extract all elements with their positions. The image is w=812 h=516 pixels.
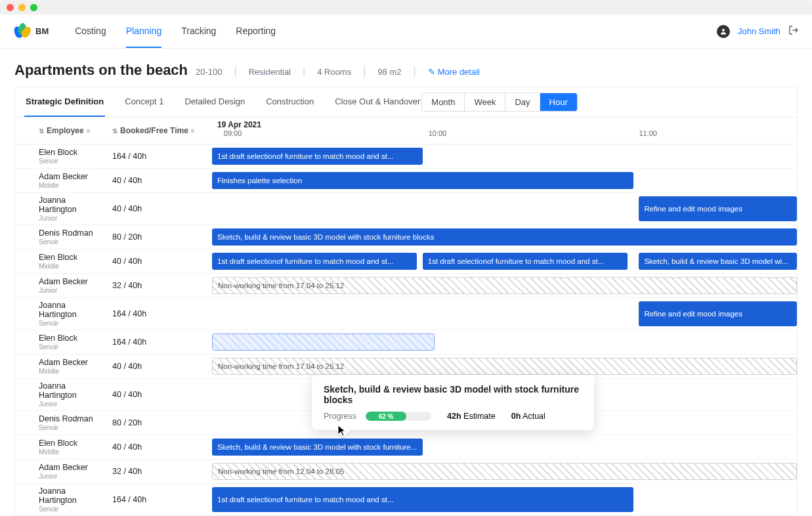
progress-bar: 62 % xyxy=(366,412,431,421)
view-hour[interactable]: Hour xyxy=(540,93,577,111)
employee-cell: Joanna HartingtonJunior xyxy=(15,193,107,225)
timeline-cell: Non-working time from 17.04 to 25.12 xyxy=(212,274,797,297)
employee-role: Middle xyxy=(39,448,102,456)
employee-role: Junior xyxy=(39,400,102,408)
sort-icon[interactable]: ⇅ xyxy=(112,127,118,135)
hours-cell: 40 / 40h xyxy=(107,379,212,410)
schedule-row: Elen BlockSenoir164 / 40h xyxy=(15,330,797,355)
task-bar[interactable]: Sketch, build & review basic 3D model wi… xyxy=(639,253,797,270)
user-name[interactable]: John Smith xyxy=(738,26,780,36)
user-area: John Smith xyxy=(717,25,799,38)
tab-construction[interactable]: Construction xyxy=(265,87,315,117)
col-employee[interactable]: ⇅ Employee ≡ xyxy=(15,118,107,144)
minimize-window-icon[interactable] xyxy=(18,4,26,11)
top-nav: BM Costing Planning Tracking Reporting J… xyxy=(0,14,812,49)
timeline-cell xyxy=(212,330,797,354)
page-header: Apartments on the beach 20-100 | Residen… xyxy=(0,49,812,87)
logout-icon[interactable] xyxy=(788,25,799,37)
employee-role: Junior xyxy=(39,472,102,480)
tab-close-out[interactable]: Close Out & Handover xyxy=(333,87,421,117)
task-bar[interactable]: Non-working time from 12.04 to 28.05 xyxy=(212,463,797,480)
employee-name: Denis Rodman xyxy=(39,414,102,423)
planning-panel: Strategic Definition Concept 1 Detailed … xyxy=(14,87,798,516)
schedule-row: Denis RodmanSenoir80 / 20hSketch, build … xyxy=(15,225,797,249)
close-window-icon[interactable] xyxy=(7,4,14,11)
tooltip-progress-label: Progress xyxy=(324,412,356,421)
time-view-toggle: Month Week Day Hour xyxy=(421,93,577,112)
view-month[interactable]: Month xyxy=(422,93,464,111)
employee-name: Adam Becker xyxy=(39,463,102,472)
window-titlebar xyxy=(0,0,812,14)
hours-cell: 40 / 40h xyxy=(107,249,212,273)
employee-cell: Elen BlockSenoir xyxy=(15,330,107,354)
task-bar[interactable]: Sketch, build & review basic 3D model wi… xyxy=(212,439,423,456)
hours-cell: 164 / 40h xyxy=(107,484,212,515)
tab-strategic-definition[interactable]: Strategic Definition xyxy=(24,87,105,117)
timeline-cell: Sketch, build & review basic 3D model wi… xyxy=(212,435,797,459)
timeline-cell: Refine and edit mood images xyxy=(212,298,797,330)
employee-cell: Elen BlockMiddle xyxy=(15,249,107,273)
hours-cell: 164 / 40h xyxy=(107,144,212,168)
employee-cell: Denis RodmanSenoir xyxy=(15,411,107,435)
view-week[interactable]: Week xyxy=(464,93,505,111)
timeline-cell: Refine and edit mood images xyxy=(212,193,797,225)
app-logo[interactable]: BM xyxy=(13,23,49,40)
nav-costing[interactable]: Costing xyxy=(75,15,106,48)
schedule-row: Adam BeckerJunior32 / 40hNon-working tim… xyxy=(15,460,797,484)
employee-cell: Adam BeckerJunior xyxy=(15,274,107,297)
time-tick: 10:00 xyxy=(429,129,447,137)
task-bar[interactable]: Non-working time from 17.04 to 25.12 xyxy=(212,358,797,375)
task-bar[interactable]: 1st draft selectionof furniture to match… xyxy=(212,487,633,512)
task-bar[interactable]: Refine and edit mood images xyxy=(639,301,797,326)
date-label: 19 Apr 2021 xyxy=(217,120,797,129)
task-bar[interactable]: 1st draft selectionof furniture to match… xyxy=(423,253,628,270)
hours-cell: 80 / 20h xyxy=(107,225,212,249)
tab-concept-1[interactable]: Concept 1 xyxy=(123,87,165,117)
col-booked-time[interactable]: ⇅ Booked/Free Time ≡ xyxy=(107,118,212,144)
hours-cell: 40 / 40h xyxy=(107,193,212,225)
nav-tracking[interactable]: Tracking xyxy=(181,15,216,48)
employee-name: Joanna Hartington xyxy=(39,486,102,505)
hours-cell: 164 / 40h xyxy=(107,330,212,354)
employee-name: Adam Becker xyxy=(39,172,102,181)
employee-role: Middle xyxy=(39,367,102,375)
employee-name: Elen Block xyxy=(39,253,102,262)
task-bar[interactable]: 1st draft selectionof furniture to match… xyxy=(212,253,417,270)
schedule-rows: Elen BlockSenoir164 / 40h1st draft selec… xyxy=(15,144,797,516)
tooltip-title: Sketch, build & review basic 3D model wi… xyxy=(324,384,582,405)
task-bar[interactable]: Sketch, build & review basic 3D model wi… xyxy=(212,228,797,246)
sort-icon[interactable]: ⇅ xyxy=(39,127,44,135)
project-area: 98 m2 xyxy=(377,67,401,77)
employee-cell: Adam BeckerMiddle xyxy=(15,355,107,378)
maximize-window-icon[interactable] xyxy=(30,4,37,11)
view-day[interactable]: Day xyxy=(505,93,539,111)
app-brand: BM xyxy=(35,26,49,36)
task-bar[interactable] xyxy=(212,333,435,351)
tab-detailed-design[interactable]: Detailed Design xyxy=(183,87,246,117)
task-bar[interactable]: 1st draft selectionof furniture to match… xyxy=(212,148,423,165)
task-bar[interactable]: Refine and edit mood images xyxy=(639,196,797,221)
hours-cell: 40 / 40h xyxy=(107,435,212,459)
employee-cell: Elen BlockSenoir xyxy=(15,144,107,168)
more-detail-link[interactable]: ✎More detail xyxy=(428,67,480,77)
employee-cell: Denis RodmanSenoir xyxy=(15,225,107,249)
nav-reporting[interactable]: Reporting xyxy=(236,15,276,48)
timeline-cell: Finishes palette selection xyxy=(212,169,797,192)
filter-icon[interactable]: ≡ xyxy=(191,127,195,135)
employee-role: Junior xyxy=(39,286,102,294)
task-bar[interactable]: Non-working time from 17.04 to 25.12 xyxy=(212,277,797,294)
timeline-header: 19 Apr 2021 09:0010:0011:00 xyxy=(212,118,797,144)
employee-cell: Elen BlockMiddle xyxy=(15,435,107,459)
employee-cell: Adam BeckerJunior xyxy=(15,460,107,483)
timeline-cell: 1st draft selectionof furniture to match… xyxy=(212,484,797,515)
logo-icon xyxy=(13,23,30,40)
task-bar[interactable]: Finishes palette selection xyxy=(212,172,633,189)
employee-name: Joanna Hartington xyxy=(39,381,102,400)
hours-cell: 32 / 40h xyxy=(107,274,212,297)
timeline-cell: Non-working time from 12.04 to 28.05 xyxy=(212,460,797,483)
employee-name: Elen Block xyxy=(39,148,102,157)
nav-items: Costing Planning Tracking Reporting xyxy=(75,15,276,48)
filter-icon[interactable]: ≡ xyxy=(87,127,91,135)
hours-cell: 32 / 40h xyxy=(107,460,212,483)
nav-planning[interactable]: Planning xyxy=(126,15,162,48)
